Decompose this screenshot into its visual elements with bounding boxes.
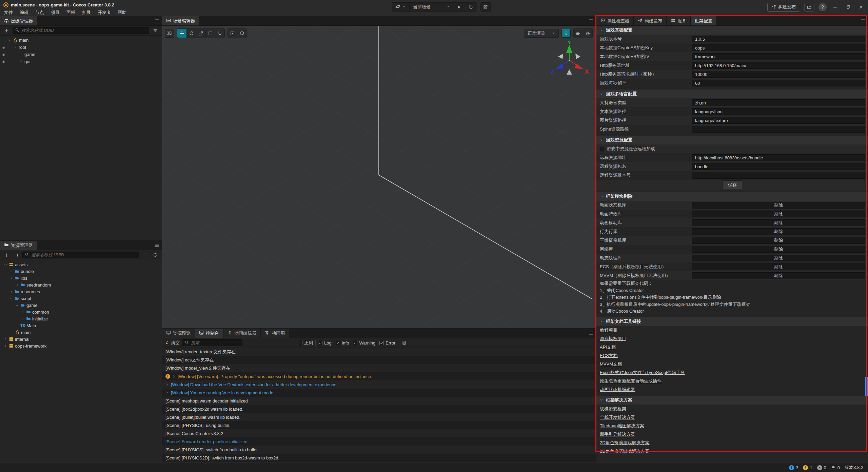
chevron-down-icon[interactable] [8, 297, 14, 300]
log-row[interactable]: [Window] model_view文件夹存在 [162, 364, 596, 372]
tree-row[interactable]: initialize [0, 315, 162, 322]
log-row[interactable]: [Scene] Forward render pipeline initiali… [162, 437, 596, 446]
doc-link[interactable]: 原生包热更新配置自动生成插件 [596, 377, 868, 385]
log-row[interactable]: ![Window] [Vue warn]: Property "onInput"… [162, 372, 596, 380]
field-input[interactable] [692, 71, 865, 78]
tree-row[interactable]: bundle [0, 268, 162, 275]
doc-link[interactable]: 教程项目 [596, 326, 868, 334]
log-row[interactable]: [Window] render_texture文件夹存在 [162, 348, 596, 356]
field-input[interactable] [692, 172, 865, 179]
device-preview-button[interactable] [480, 2, 491, 12]
console-search-input[interactable] [191, 340, 245, 345]
preview-platform-select[interactable] [392, 3, 409, 11]
field-input[interactable] [692, 126, 865, 133]
doc-link[interactable]: 战棋游戏框架 [596, 405, 868, 413]
create-node-button[interactable] [3, 27, 10, 34]
render-mode-select[interactable]: 正常渲染 [524, 29, 559, 38]
scene-gear-button[interactable] [583, 29, 592, 38]
regex-checkbox[interactable]: 正则 [298, 340, 313, 346]
remove-module-button[interactable]: 剔除 [692, 255, 865, 261]
mode-3d-button[interactable]: 3D [165, 29, 174, 38]
remove-module-button[interactable]: 剔除 [692, 263, 865, 270]
clear-console-button[interactable]: 清空 [165, 340, 180, 346]
log-row[interactable]: [Scene] [box2d]:box2d wasm lib loaded. [162, 405, 596, 413]
field-input[interactable] [692, 62, 865, 69]
tool-anchor-button[interactable] [215, 29, 224, 38]
tab-hierarchy[interactable]: 层级管理器 [0, 16, 37, 25]
hierarchy-panel-menu-icon[interactable] [152, 16, 162, 25]
chevron-down-icon[interactable] [14, 303, 20, 307]
hierarchy-search-input[interactable] [21, 28, 147, 33]
tree-row[interactable]: libs [0, 275, 162, 281]
help-button[interactable]: ? [818, 3, 827, 11]
tab-框架配置[interactable]: 框架配置 [691, 16, 717, 25]
tree-row[interactable]: game [0, 302, 162, 309]
chevron-down-icon[interactable] [3, 263, 8, 267]
remote-load-checkbox[interactable] [600, 147, 604, 151]
tool-move-button[interactable] [177, 29, 186, 38]
minimize-button[interactable] [831, 3, 840, 12]
log-row[interactable]: [Window] ecs文件夹存在 [162, 356, 596, 364]
scene-viewport[interactable]: 3D 正常渲染 Y [162, 26, 596, 328]
remove-module-button[interactable]: 剔除 [692, 246, 865, 253]
tree-row[interactable]: internal [0, 336, 162, 342]
menu-item[interactable]: 扩展 [79, 9, 94, 16]
menu-item[interactable]: 帮助 [114, 9, 130, 16]
console-panel-menu-icon[interactable] [586, 329, 596, 338]
field-input[interactable] [692, 108, 865, 115]
chevron-right-icon[interactable] [8, 270, 14, 273]
chevron-right-icon[interactable] [3, 344, 8, 348]
section-header[interactable]: 游戏多语言配置 [596, 90, 868, 98]
filter-warning-checkbox[interactable]: Warning [353, 340, 375, 346]
menu-item[interactable]: 编辑 [16, 9, 32, 16]
tree-row[interactable]: assets [0, 261, 162, 268]
tab-资源预览[interactable]: 资源预览 [162, 329, 195, 338]
doc-link[interactable]: 新手引导解决方案 [596, 430, 868, 438]
field-input[interactable] [692, 44, 865, 51]
section-header[interactable]: 游戏基础配置 [596, 26, 868, 35]
remove-module-button[interactable]: 剔除 [692, 272, 865, 279]
tab-属性检查器[interactable]: 属性检查器 [596, 16, 634, 25]
tree-row[interactable]: TSMain [0, 322, 162, 329]
expand-chevron-icon[interactable] [172, 375, 176, 378]
tab-动画编辑器[interactable]: 动画编辑器 [223, 329, 261, 338]
tool-scale-button[interactable] [196, 29, 205, 38]
field-input[interactable] [692, 117, 865, 124]
tab-服务[interactable]: 服务 [667, 16, 691, 25]
log-row[interactable]: [Scene] Cocos Creator v3.8.2 [162, 429, 596, 437]
open-project-folder-button[interactable] [804, 3, 814, 12]
section-header[interactable]: 框架解决方案 [596, 396, 868, 405]
remove-module-button[interactable]: 剔除 [692, 219, 865, 226]
tab-动画图[interactable]: 动画图 [261, 329, 289, 338]
doc-link[interactable]: 游戏模板项目 [596, 334, 868, 343]
console-search[interactable] [182, 339, 242, 346]
tree-row[interactable]: resources [0, 288, 162, 295]
expand-chevron-icon[interactable] [165, 391, 169, 394]
doc-link[interactable]: 3D角色扮演游戏解决方案 [596, 447, 868, 455]
doc-link[interactable]: 2D角色扮演游戏解决方案 [596, 438, 868, 447]
tree-row[interactable]: game [0, 51, 162, 58]
info-count[interactable]: i 3 [789, 465, 798, 470]
field-input[interactable] [692, 99, 865, 106]
remove-module-button[interactable]: 剔除 [692, 228, 865, 235]
field-input[interactable] [692, 80, 865, 86]
field-input[interactable] [692, 36, 865, 42]
remove-module-button[interactable]: 剔除 [692, 202, 865, 209]
assets-search[interactable] [22, 252, 139, 258]
tool-rotate-button[interactable] [187, 29, 196, 38]
doc-link[interactable]: 全栈开发解决方案 [596, 413, 868, 421]
remove-module-button[interactable]: 剔除 [692, 237, 865, 244]
log-row[interactable]: [Window] You are running Vue in developm… [162, 389, 596, 397]
field-input[interactable] [692, 53, 865, 60]
tree-row[interactable]: gui [0, 58, 162, 65]
inspector-panel-menu-icon[interactable] [858, 16, 868, 25]
tool-snap-ui-button[interactable] [228, 29, 237, 38]
tree-row[interactable]: main [0, 37, 162, 44]
doc-link[interactable]: 动画状态机编辑器 [596, 385, 868, 394]
tool-rect-button[interactable] [206, 29, 215, 38]
menu-item[interactable]: 文件 [1, 9, 16, 16]
sort-assets-icon[interactable] [13, 252, 20, 258]
section-header[interactable]: 框架文档工具链接 [596, 317, 868, 326]
chevron-right-icon[interactable] [20, 310, 25, 314]
hierarchy-filter-icon[interactable] [152, 27, 159, 34]
